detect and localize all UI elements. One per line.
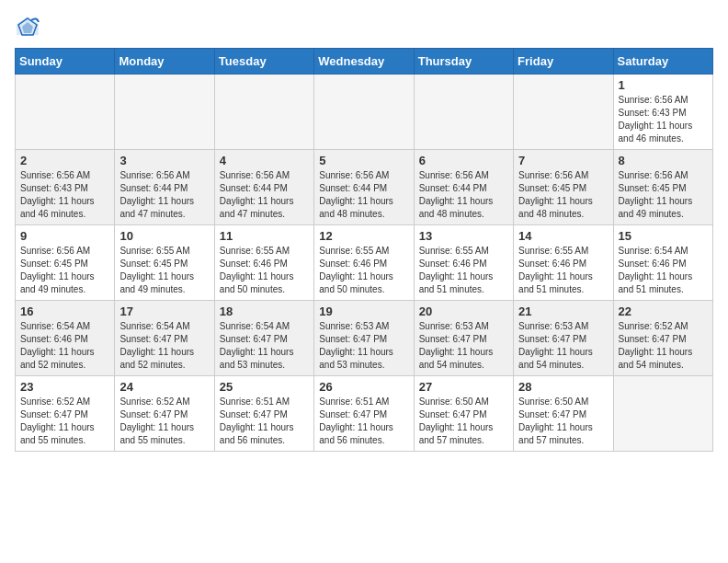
day-number: 14 <box>518 229 608 243</box>
calendar-cell: 11Sunrise: 6:55 AM Sunset: 6:46 PM Dayli… <box>214 225 313 301</box>
day-number: 13 <box>419 229 508 243</box>
calendar-cell: 24Sunrise: 6:52 AM Sunset: 6:47 PM Dayli… <box>115 376 214 452</box>
day-info: Sunrise: 6:54 AM Sunset: 6:47 PM Dayligh… <box>220 320 309 372</box>
calendar-cell <box>214 75 313 150</box>
day-number: 22 <box>619 304 708 318</box>
day-info: Sunrise: 6:51 AM Sunset: 6:47 PM Dayligh… <box>220 396 309 447</box>
calendar-table: SundayMondayTuesdayWednesdayThursdayFrid… <box>15 48 713 452</box>
calendar-week-row: 9Sunrise: 6:56 AM Sunset: 6:45 PM Daylig… <box>16 225 713 301</box>
calendar-cell: 22Sunrise: 6:52 AM Sunset: 6:47 PM Dayli… <box>613 301 712 376</box>
day-info: Sunrise: 6:55 AM Sunset: 6:46 PM Dayligh… <box>419 245 508 296</box>
day-number: 6 <box>419 154 508 167</box>
calendar-cell: 15Sunrise: 6:54 AM Sunset: 6:46 PM Dayli… <box>613 225 712 301</box>
calendar-cell: 28Sunrise: 6:50 AM Sunset: 6:47 PM Dayli… <box>514 376 613 452</box>
day-info: Sunrise: 6:55 AM Sunset: 6:46 PM Dayligh… <box>319 245 408 296</box>
day-number: 12 <box>319 229 408 243</box>
calendar-cell: 9Sunrise: 6:56 AM Sunset: 6:45 PM Daylig… <box>16 225 115 301</box>
weekday-header: Monday <box>115 49 214 75</box>
weekday-header: Thursday <box>414 49 513 75</box>
day-info: Sunrise: 6:53 AM Sunset: 6:47 PM Dayligh… <box>518 320 608 372</box>
calendar-cell: 18Sunrise: 6:54 AM Sunset: 6:47 PM Dayli… <box>214 301 313 376</box>
day-info: Sunrise: 6:55 AM Sunset: 6:46 PM Dayligh… <box>518 245 608 296</box>
day-info: Sunrise: 6:56 AM Sunset: 6:44 PM Dayligh… <box>319 169 408 221</box>
calendar-cell <box>414 75 513 150</box>
calendar-cell: 16Sunrise: 6:54 AM Sunset: 6:46 PM Dayli… <box>16 301 115 376</box>
day-info: Sunrise: 6:54 AM Sunset: 6:46 PM Dayligh… <box>20 320 109 372</box>
calendar-cell <box>514 75 613 150</box>
calendar-week-row: 23Sunrise: 6:52 AM Sunset: 6:47 PM Dayli… <box>16 376 713 452</box>
calendar-cell: 6Sunrise: 6:56 AM Sunset: 6:44 PM Daylig… <box>414 150 513 225</box>
weekday-header: Friday <box>514 49 613 75</box>
calendar-cell: 21Sunrise: 6:53 AM Sunset: 6:47 PM Dayli… <box>514 301 613 376</box>
day-number: 23 <box>20 380 109 394</box>
day-info: Sunrise: 6:50 AM Sunset: 6:47 PM Dayligh… <box>518 396 608 447</box>
day-info: Sunrise: 6:56 AM Sunset: 6:45 PM Dayligh… <box>619 169 708 221</box>
calendar-week-row: 16Sunrise: 6:54 AM Sunset: 6:46 PM Dayli… <box>16 301 713 376</box>
day-info: Sunrise: 6:56 AM Sunset: 6:45 PM Dayligh… <box>518 169 608 221</box>
day-number: 28 <box>518 380 608 394</box>
day-number: 25 <box>220 380 309 394</box>
day-number: 9 <box>20 229 109 243</box>
day-number: 8 <box>619 154 708 167</box>
calendar-cell: 4Sunrise: 6:56 AM Sunset: 6:44 PM Daylig… <box>214 150 313 225</box>
day-info: Sunrise: 6:55 AM Sunset: 6:45 PM Dayligh… <box>119 245 209 296</box>
calendar-cell: 1Sunrise: 6:56 AM Sunset: 6:43 PM Daylig… <box>613 75 712 150</box>
calendar-cell: 23Sunrise: 6:52 AM Sunset: 6:47 PM Dayli… <box>16 376 115 452</box>
calendar-cell: 19Sunrise: 6:53 AM Sunset: 6:47 PM Dayli… <box>314 301 414 376</box>
day-number: 26 <box>319 380 408 394</box>
calendar-cell: 13Sunrise: 6:55 AM Sunset: 6:46 PM Dayli… <box>414 225 513 301</box>
day-info: Sunrise: 6:52 AM Sunset: 6:47 PM Dayligh… <box>20 396 109 447</box>
calendar-week-row: 2Sunrise: 6:56 AM Sunset: 6:43 PM Daylig… <box>16 150 713 225</box>
day-info: Sunrise: 6:53 AM Sunset: 6:47 PM Dayligh… <box>419 320 508 372</box>
calendar-cell: 10Sunrise: 6:55 AM Sunset: 6:45 PM Dayli… <box>115 225 214 301</box>
calendar-cell: 2Sunrise: 6:56 AM Sunset: 6:43 PM Daylig… <box>16 150 115 225</box>
day-number: 21 <box>518 304 608 318</box>
day-number: 15 <box>619 229 708 243</box>
day-number: 2 <box>20 154 109 167</box>
day-number: 10 <box>119 229 209 243</box>
calendar-cell: 27Sunrise: 6:50 AM Sunset: 6:47 PM Dayli… <box>414 376 513 452</box>
day-info: Sunrise: 6:56 AM Sunset: 6:44 PM Dayligh… <box>419 169 508 221</box>
day-info: Sunrise: 6:55 AM Sunset: 6:46 PM Dayligh… <box>220 245 309 296</box>
calendar-cell <box>115 75 214 150</box>
logo-icon <box>15 15 40 40</box>
weekday-header: Tuesday <box>214 49 313 75</box>
day-info: Sunrise: 6:54 AM Sunset: 6:46 PM Dayligh… <box>619 245 708 296</box>
day-info: Sunrise: 6:53 AM Sunset: 6:47 PM Dayligh… <box>319 320 408 372</box>
day-number: 4 <box>220 154 309 167</box>
calendar-header-row: SundayMondayTuesdayWednesdayThursdayFrid… <box>16 49 713 75</box>
calendar-cell: 7Sunrise: 6:56 AM Sunset: 6:45 PM Daylig… <box>514 150 613 225</box>
day-number: 27 <box>419 380 508 394</box>
day-number: 11 <box>220 229 309 243</box>
weekday-header: Saturday <box>613 49 712 75</box>
day-info: Sunrise: 6:56 AM Sunset: 6:43 PM Dayligh… <box>619 94 708 145</box>
day-number: 24 <box>119 380 209 394</box>
day-number: 17 <box>119 304 209 318</box>
calendar-cell <box>16 75 115 150</box>
calendar-week-row: 1Sunrise: 6:56 AM Sunset: 6:43 PM Daylig… <box>16 75 713 150</box>
day-info: Sunrise: 6:56 AM Sunset: 6:45 PM Dayligh… <box>20 245 109 296</box>
day-number: 1 <box>619 78 708 92</box>
page-header <box>15 15 713 40</box>
day-info: Sunrise: 6:54 AM Sunset: 6:47 PM Dayligh… <box>119 320 209 372</box>
weekday-header: Sunday <box>16 49 115 75</box>
calendar-cell: 3Sunrise: 6:56 AM Sunset: 6:44 PM Daylig… <box>115 150 214 225</box>
calendar-cell: 14Sunrise: 6:55 AM Sunset: 6:46 PM Dayli… <box>514 225 613 301</box>
day-info: Sunrise: 6:52 AM Sunset: 6:47 PM Dayligh… <box>119 396 209 447</box>
day-info: Sunrise: 6:56 AM Sunset: 6:44 PM Dayligh… <box>220 169 309 221</box>
calendar-cell <box>613 376 712 452</box>
day-info: Sunrise: 6:51 AM Sunset: 6:47 PM Dayligh… <box>319 396 408 447</box>
day-number: 18 <box>220 304 309 318</box>
calendar-cell: 26Sunrise: 6:51 AM Sunset: 6:47 PM Dayli… <box>314 376 414 452</box>
day-info: Sunrise: 6:50 AM Sunset: 6:47 PM Dayligh… <box>419 396 508 447</box>
day-number: 19 <box>319 304 408 318</box>
weekday-header: Wednesday <box>314 49 414 75</box>
calendar-cell: 5Sunrise: 6:56 AM Sunset: 6:44 PM Daylig… <box>314 150 414 225</box>
logo <box>15 15 44 40</box>
day-info: Sunrise: 6:52 AM Sunset: 6:47 PM Dayligh… <box>619 320 708 372</box>
day-info: Sunrise: 6:56 AM Sunset: 6:44 PM Dayligh… <box>119 169 209 221</box>
day-number: 5 <box>319 154 408 167</box>
calendar-cell: 20Sunrise: 6:53 AM Sunset: 6:47 PM Dayli… <box>414 301 513 376</box>
day-number: 3 <box>119 154 209 167</box>
day-number: 16 <box>20 304 109 318</box>
